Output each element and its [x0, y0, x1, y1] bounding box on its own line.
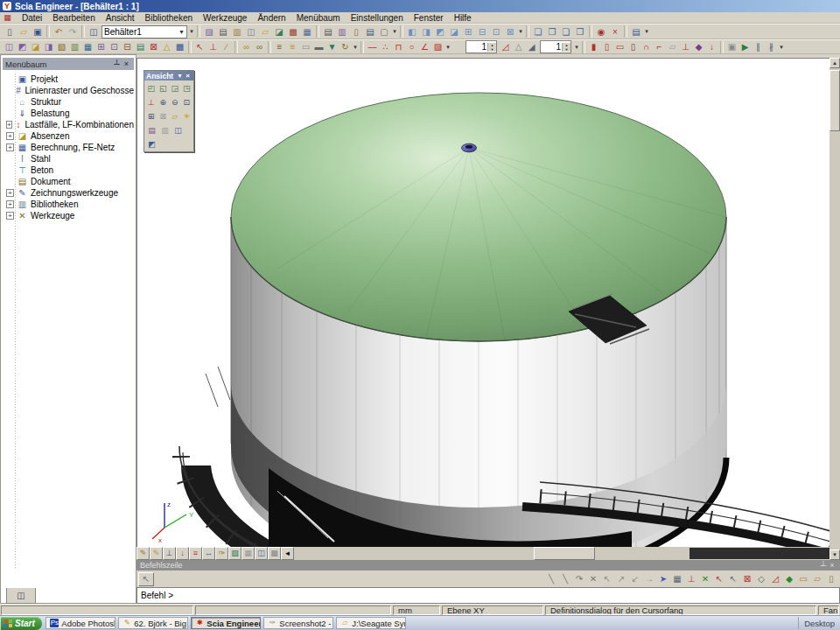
- track-line2-icon[interactable]: ╲: [558, 572, 572, 585]
- expand-icon[interactable]: +: [6, 132, 14, 140]
- storey-icon[interactable]: ◢: [525, 40, 538, 53]
- activity-by-layer-icon[interactable]: ◫: [3, 40, 16, 53]
- 3d-viewport[interactable]: z Y x: [136, 58, 830, 547]
- viewport-hscrollbar[interactable]: ✎✎⊥↓≡↔✑▨▦◫▩ ◂: [136, 547, 830, 560]
- redraw-icon[interactable]: ▩: [173, 40, 186, 53]
- close-icon[interactable]: ×: [184, 72, 192, 80]
- chevron-down-icon[interactable]: ▾: [176, 72, 184, 80]
- close-icon[interactable]: ×: [122, 60, 131, 68]
- light-icon[interactable]: ☀: [181, 109, 193, 122]
- mdi-document-icon[interactable]: ▦: [3, 13, 12, 23]
- tree-item[interactable]: + ✕ Werkzeuge: [3, 210, 134, 221]
- scale-icon[interactable]: ◿: [499, 40, 512, 53]
- expand-icon[interactable]: +: [6, 144, 14, 151]
- user-coordinate-icon[interactable]: ⊥: [206, 40, 220, 53]
- status-hint[interactable]: Definitionsdialog für den Cursorfang: [545, 606, 816, 615]
- view-window-1-icon[interactable]: ⊞: [461, 25, 475, 38]
- chevron-down-icon[interactable]: ▼: [178, 29, 185, 35]
- show-loads-icon[interactable]: ↓: [176, 547, 189, 560]
- named-view-icon[interactable]: △: [160, 40, 173, 53]
- engineering-report-icon[interactable]: ▶: [738, 40, 752, 53]
- scroll-down-icon[interactable]: ▼: [830, 550, 840, 560]
- snap-off-icon[interactable]: ✕: [698, 572, 712, 585]
- status-snap[interactable]: Fan: [818, 606, 839, 615]
- snap-endpoint-icon[interactable]: ↖: [712, 572, 726, 585]
- dir-arrow-se-icon[interactable]: →: [642, 572, 656, 585]
- viewport-vscrollbar[interactable]: ▲ ▼: [830, 58, 840, 560]
- draw-angle-icon[interactable]: ∠: [418, 40, 431, 53]
- attach-icon[interactable]: ∥: [752, 40, 765, 53]
- show-elements-icon[interactable]: ▬: [312, 40, 326, 53]
- close-icon[interactable]: ×: [828, 561, 836, 570]
- picture-icon[interactable]: ▥: [230, 25, 244, 38]
- redo-icon[interactable]: ↷: [66, 25, 80, 38]
- snap-settings-icon[interactable]: ▯: [824, 572, 838, 585]
- draw-line-icon[interactable]: —: [366, 40, 379, 53]
- status-plane[interactable]: Ebene XY: [442, 606, 543, 615]
- shell-icon[interactable]: ∩: [640, 40, 653, 53]
- render-icon[interactable]: ◪: [272, 25, 286, 38]
- expand-icon[interactable]: +: [6, 189, 14, 197]
- cursor-snap-icon[interactable]: ↖: [193, 40, 206, 53]
- inactivity-icon[interactable]: ≡: [286, 40, 299, 53]
- copy-picture-icon[interactable]: ◫: [244, 25, 258, 38]
- rendered-model-icon[interactable]: ✎: [150, 547, 163, 560]
- expand-icon[interactable]: +: [6, 212, 14, 220]
- scale-spinbox[interactable]: 1 ▲▼: [466, 40, 497, 53]
- storey-up-icon[interactable]: △: [512, 40, 525, 53]
- show-labels-icon[interactable]: ≡: [189, 547, 202, 560]
- dot-grid-icon[interactable]: ⊡: [108, 40, 121, 53]
- line-grid-snap-icon[interactable]: ⊥: [684, 572, 698, 585]
- command-input[interactable]: Befehl >: [136, 587, 840, 604]
- workplane-icon[interactable]: ▦: [81, 40, 94, 53]
- show-model-data-icon[interactable]: ✑: [215, 547, 228, 560]
- notebook-icon[interactable]: ▤: [629, 25, 643, 38]
- binocular2-icon[interactable]: ∞: [253, 40, 266, 53]
- tree-item[interactable]: + ◪ Absenzen: [3, 130, 134, 142]
- tree-item[interactable]: + # Linienraster und Geschosse: [3, 85, 134, 96]
- undo-icon[interactable]: ↶: [52, 25, 66, 38]
- menu-item[interactable]: Bibliotheken: [140, 13, 198, 23]
- snap-intersection-icon[interactable]: ⊠: [740, 572, 754, 585]
- menu-item[interactable]: Werkzeuge: [198, 13, 252, 23]
- document-icon[interactable]: ▯: [349, 25, 363, 38]
- track-curve-icon[interactable]: ↷: [572, 572, 586, 585]
- tree-item[interactable]: + ⇓ Belastung: [3, 108, 134, 119]
- track-off-icon[interactable]: ✕: [586, 572, 600, 585]
- window-settings-icon[interactable]: ❒: [573, 25, 587, 38]
- print-preview-icon[interactable]: ▥: [335, 25, 349, 38]
- chevron-down-icon[interactable]: ▾: [352, 44, 359, 51]
- beam-icon[interactable]: ▮: [587, 40, 600, 53]
- tree-item[interactable]: + ▦ Berechnung, FE-Netz: [3, 142, 134, 153]
- print-picture-icon[interactable]: ▤: [145, 123, 158, 136]
- tree-item[interactable]: + ✎ Zeichnungswerkzeuge: [3, 187, 134, 199]
- dir-arrow-sw-icon[interactable]: ↙: [628, 572, 642, 585]
- perspective-icon[interactable]: ◩: [145, 137, 158, 150]
- menu-item[interactable]: Ändern: [252, 13, 290, 23]
- draw-raster-icon[interactable]: ▨: [431, 40, 444, 53]
- window-cascade-icon[interactable]: ◧: [405, 25, 419, 38]
- tree-item[interactable]: + ▤ Dokument: [3, 176, 134, 187]
- dir-arrow-nw-icon[interactable]: ↖: [600, 572, 614, 585]
- binocular-icon[interactable]: ∞: [240, 40, 253, 53]
- refresh-icon[interactable]: ↻: [339, 40, 352, 53]
- zoom-select-icon[interactable]: ⊠: [147, 40, 160, 53]
- view-window-2-icon[interactable]: ⊟: [475, 25, 489, 38]
- customize-icon[interactable]: ×: [608, 25, 622, 38]
- clipping-icon[interactable]: ▱: [169, 109, 181, 122]
- chevron-down-icon[interactable]: ▾: [444, 44, 452, 51]
- tree-item[interactable]: + ⌂ Struktur: [3, 96, 134, 108]
- vscroll-thumb[interactable]: [830, 70, 840, 131]
- menu-item[interactable]: Datei: [17, 13, 47, 23]
- befehlszeile-header[interactable]: Befehlszeile ┴ ×: [136, 560, 840, 570]
- taskbar-task[interactable]: ✎ 62. Björk - Big Time Sens...: [118, 617, 188, 629]
- view-front-icon[interactable]: ◱: [158, 81, 170, 94]
- hscroll-thumb[interactable]: [534, 547, 595, 560]
- chevron-down-icon[interactable]: ▾: [517, 28, 524, 35]
- taskbar-task[interactable]: ✑ Screenshot2 - Paint: [263, 617, 333, 629]
- view-side-icon[interactable]: ◲: [169, 81, 181, 94]
- clip-box-icon[interactable]: ▧: [55, 40, 68, 53]
- hinge-icon[interactable]: ◆: [692, 40, 705, 53]
- tree-item[interactable]: + ▥ Bibliotheken: [3, 199, 134, 210]
- menu-item[interactable]: Hilfe: [449, 13, 477, 23]
